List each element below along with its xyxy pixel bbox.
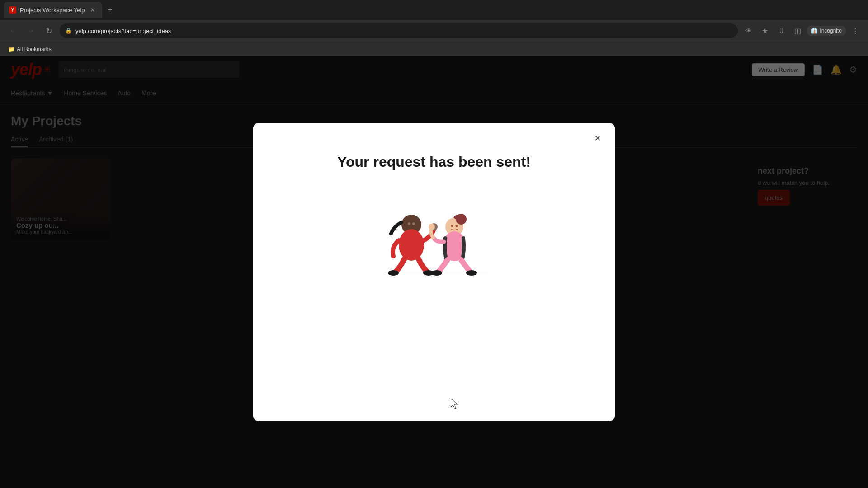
- svg-point-2: [399, 229, 424, 261]
- eye-icon[interactable]: 👁: [741, 23, 756, 38]
- svg-point-14: [456, 225, 458, 227]
- svg-point-7: [412, 222, 415, 225]
- extensions-icon[interactable]: ◫: [790, 23, 805, 38]
- folder-icon: 📁: [8, 46, 15, 52]
- svg-point-11: [431, 270, 442, 276]
- address-bar[interactable]: 🔒: [60, 23, 738, 38]
- browser-window: Y Projects Workspace Yelp ✕ + ← → ↻ 🔒 👁 …: [0, 0, 868, 488]
- incognito-label: Incognito: [820, 28, 842, 34]
- url-input[interactable]: [75, 28, 732, 34]
- incognito-button[interactable]: 👔 Incognito: [807, 26, 846, 36]
- browser-toolbar: ← → ↻ 🔒 👁 ★ ⇓ ◫ 👔 Incognito ⋮: [0, 20, 868, 42]
- modal-close-button[interactable]: ×: [590, 130, 606, 146]
- bookmarks-label: All Bookmarks: [17, 46, 52, 52]
- svg-point-12: [466, 270, 477, 276]
- modal-overlay[interactable]: × Your request has been sent!: [0, 56, 868, 488]
- menu-button[interactable]: ⋮: [848, 23, 863, 38]
- modal-dialog: × Your request has been sent!: [253, 123, 615, 421]
- new-tab-button[interactable]: +: [104, 4, 117, 16]
- tab-title: Projects Workspace Yelp: [20, 7, 85, 14]
- bookmarks-bar: 📁 All Bookmarks: [0, 42, 868, 56]
- reload-button[interactable]: ↻: [42, 23, 56, 38]
- svg-point-15: [429, 224, 435, 230]
- tab-close-icon[interactable]: ✕: [89, 6, 97, 14]
- bookmark-star-icon[interactable]: ★: [758, 23, 772, 38]
- browser-tabs-bar: Y Projects Workspace Yelp ✕ +: [0, 0, 868, 20]
- page-content: yelp ✳ things to do, nail Write a Review…: [0, 56, 868, 488]
- svg-point-6: [408, 222, 410, 225]
- incognito-icon: 👔: [811, 28, 818, 34]
- bookmarks-folder[interactable]: 📁 All Bookmarks: [5, 44, 54, 54]
- download-icon[interactable]: ⇓: [774, 23, 788, 38]
- close-icon: ×: [595, 132, 601, 144]
- back-button[interactable]: ←: [5, 23, 20, 38]
- modal-title: Your request has been sent!: [337, 154, 531, 170]
- modal-illustration: [362, 188, 506, 288]
- lock-icon: 🔒: [65, 28, 72, 34]
- tab-favicon: Y: [9, 6, 16, 14]
- tab-item[interactable]: Y Projects Workspace Yelp ✕: [4, 2, 102, 18]
- toolbar-icons: 👁 ★ ⇓ ◫ 👔 Incognito ⋮: [741, 23, 863, 38]
- svg-point-4: [388, 270, 399, 276]
- svg-point-13: [451, 225, 453, 227]
- forward-button[interactable]: →: [24, 23, 38, 38]
